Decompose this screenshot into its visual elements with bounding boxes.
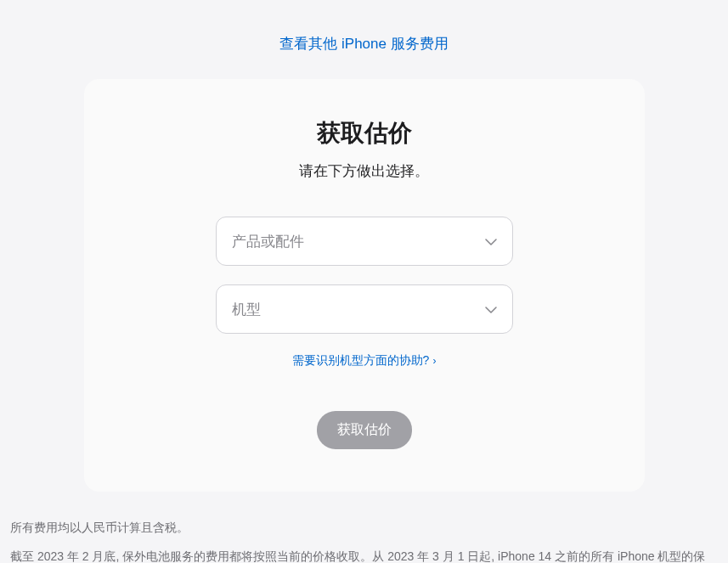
card-subtitle: 请在下方做出选择。	[118, 161, 611, 181]
model-select-placeholder: 机型	[232, 300, 261, 319]
help-link-container: 需要识别机型方面的协助?›	[118, 352, 611, 369]
product-select-wrap: 产品或配件	[216, 217, 513, 266]
footer-line-2a: 截至 2023 年 2 月底, 保外电池服务的费用都将按照当前的价格收取。从 2…	[10, 549, 705, 563]
footer-line-2: 截至 2023 年 2 月底, 保外电池服务的费用都将按照当前的价格收取。从 2…	[10, 544, 715, 563]
chevron-down-icon	[485, 301, 497, 318]
card-title: 获取估价	[118, 117, 611, 149]
footer-line-1: 所有费用均以人民币计算且含税。	[10, 515, 715, 539]
estimate-card: 获取估价 请在下方做出选择。 产品或配件 机型 需要识别机型方面的协助?› 获取…	[84, 79, 645, 492]
footer-text: 所有费用均以人民币计算且含税。 截至 2023 年 2 月底, 保外电池服务的费…	[10, 515, 715, 563]
model-select-wrap: 机型	[216, 284, 513, 334]
submit-container: 获取估价	[118, 411, 611, 449]
chevron-right-icon: ›	[432, 355, 436, 367]
product-select-placeholder: 产品或配件	[232, 232, 304, 251]
chevron-down-icon	[485, 233, 497, 250]
model-select[interactable]: 机型	[216, 284, 513, 334]
identify-model-link[interactable]: 需要识别机型方面的协助?›	[292, 353, 437, 367]
other-fees-link[interactable]: 查看其他 iPhone 服务费用	[279, 36, 448, 52]
help-link-text: 需要识别机型方面的协助?	[292, 353, 430, 367]
get-estimate-button[interactable]: 获取估价	[317, 411, 412, 449]
top-link-container: 查看其他 iPhone 服务费用	[0, 0, 728, 79]
product-select[interactable]: 产品或配件	[216, 217, 513, 266]
